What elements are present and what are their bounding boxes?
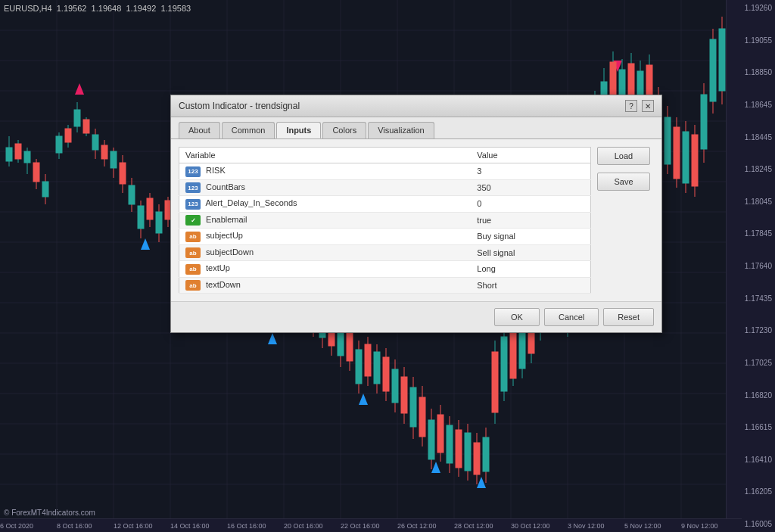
- value-cell[interactable]: Short: [471, 277, 590, 294]
- variable-name: Enablemail: [206, 215, 247, 224]
- table-row[interactable]: ab subjectUp Buy signal: [179, 229, 591, 245]
- variable-name: textDown: [206, 280, 241, 289]
- table-row[interactable]: ✓ Enablemail true: [179, 212, 591, 229]
- table-row[interactable]: 123 RISK 3: [179, 163, 591, 180]
- value-cell[interactable]: 350: [471, 179, 590, 196]
- tab-colors[interactable]: Colors: [322, 122, 366, 138]
- col-variable: Variable: [179, 148, 472, 163]
- dialog-close-button[interactable]: ✕: [642, 100, 654, 112]
- dialog-title: Custom Indicator - trendsignal: [179, 101, 300, 111]
- variable-cell: ab subjectDown: [179, 244, 472, 261]
- type-icon: ab: [185, 247, 201, 258]
- indicator-dialog: Custom Indicator - trendsignal ? ✕ About…: [170, 95, 662, 333]
- load-button[interactable]: Load: [597, 147, 650, 165]
- variable-name: textUp: [206, 263, 230, 272]
- reset-button[interactable]: Reset: [603, 308, 654, 326]
- table-row[interactable]: 123 CountBars 350: [179, 179, 591, 196]
- cancel-button[interactable]: Cancel: [544, 308, 599, 326]
- value-cell[interactable]: 3: [471, 163, 590, 180]
- dialog-tabs: About Common Inputs Colors Visualization: [171, 117, 661, 139]
- save-button[interactable]: Save: [597, 173, 650, 191]
- table-row[interactable]: ab subjectDown Sell signal: [179, 244, 591, 261]
- value-cell[interactable]: Long: [471, 261, 590, 278]
- table-row[interactable]: 123 Alert_Delay_In_Seconds 0: [179, 196, 591, 213]
- type-icon: ab: [185, 280, 201, 291]
- tab-visualization[interactable]: Visualization: [368, 122, 434, 138]
- inputs-tbody: 123 RISK 3 123 CountBars 350 123 Alert_D…: [179, 163, 591, 294]
- dialog-help-button[interactable]: ?: [625, 100, 637, 112]
- variable-cell: 123 CountBars: [179, 179, 472, 196]
- variable-name: RISK: [206, 166, 226, 175]
- dialog-controls: ? ✕: [625, 100, 654, 112]
- type-icon: 123: [185, 182, 201, 193]
- value-cell[interactable]: Sell signal: [471, 244, 590, 261]
- tab-inputs[interactable]: Inputs: [276, 122, 321, 138]
- variable-cell: 123 Alert_Delay_In_Seconds: [179, 196, 472, 213]
- dialog-content: Variable Value 123 RISK 3 123 CountBars …: [171, 139, 661, 301]
- tab-about[interactable]: About: [179, 122, 220, 138]
- value-cell[interactable]: 0: [471, 196, 590, 213]
- dialog-overlay: Custom Indicator - trendsignal ? ✕ About…: [0, 0, 775, 532]
- variable-name: CountBars: [206, 182, 245, 191]
- variable-name: subjectUp: [206, 231, 243, 240]
- type-icon: 123: [185, 166, 201, 177]
- type-icon: 123: [185, 199, 201, 210]
- variable-cell: ab subjectUp: [179, 229, 472, 245]
- type-icon: ab: [185, 232, 201, 242]
- type-icon: ab: [185, 264, 201, 275]
- dialog-titlebar: Custom Indicator - trendsignal ? ✕: [171, 95, 661, 117]
- variable-name: subjectDown: [206, 247, 254, 257]
- variable-cell: ✓ Enablemail: [179, 212, 472, 229]
- value-cell[interactable]: Buy signal: [471, 229, 590, 245]
- inputs-table: Variable Value 123 RISK 3 123 CountBars …: [179, 147, 591, 294]
- tab-common[interactable]: Common: [222, 122, 275, 138]
- type-icon: ✓: [185, 215, 201, 226]
- variable-cell: ab textUp: [179, 261, 472, 278]
- variable-cell: 123 RISK: [179, 163, 472, 180]
- variable-name: Alert_Delay_In_Seconds: [205, 198, 297, 207]
- col-value: Value: [471, 148, 590, 163]
- table-row[interactable]: ab textDown Short: [179, 277, 591, 294]
- dialog-buttons: OK Cancel Reset: [171, 301, 661, 332]
- table-row[interactable]: ab textUp Long: [179, 261, 591, 278]
- value-cell[interactable]: true: [471, 212, 590, 229]
- variable-cell: ab textDown: [179, 277, 472, 294]
- ok-button[interactable]: OK: [494, 308, 540, 326]
